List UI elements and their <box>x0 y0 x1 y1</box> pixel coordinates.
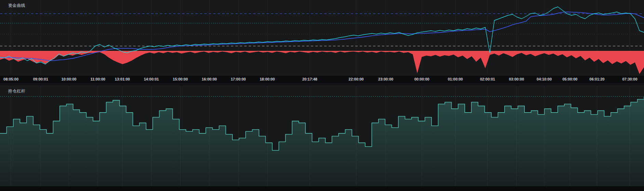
x-axis-label: 11:00:00 <box>91 77 105 81</box>
x-axis-label: 22:00:00 <box>348 77 364 81</box>
drawdown-area <box>0 51 644 74</box>
x-axis-label: 16:00:00 <box>202 77 217 81</box>
x-axis-label: 23:00:00 <box>378 77 393 81</box>
equity-panel-title[interactable]: 资金曲线 <box>8 3 25 9</box>
x-axis-label: 04:10:00 <box>537 77 552 81</box>
bottom-strip <box>0 186 644 191</box>
leverage-chart[interactable] <box>0 86 644 186</box>
x-axis-label: 17:00:00 <box>231 77 246 81</box>
x-axis-label: 03:00:00 <box>509 77 524 81</box>
x-axis-label: 01:00:00 <box>448 77 463 81</box>
leverage-panel: 持仓杠杆 <box>0 86 644 186</box>
x-axis-label: 05:00:00 <box>562 77 577 81</box>
x-axis-label: 18:00:00 <box>260 77 275 81</box>
x-axis-label: 15:00:00 <box>173 77 188 81</box>
leverage-panel-title[interactable]: 持仓杠杆 <box>8 88 25 94</box>
x-axis-label: 20:17:48 <box>302 77 317 81</box>
x-axis-label: 13:01:00 <box>115 77 130 81</box>
equity-x-axis: 08:05:0009:00:0110:00:0011:00:0013:01:00… <box>0 76 644 83</box>
equity-curve-chart[interactable] <box>0 0 644 76</box>
x-axis-label: 09:00:01 <box>33 77 48 81</box>
x-axis-label: 02:00:01 <box>480 77 495 81</box>
x-axis-label: 10:00:00 <box>61 77 77 81</box>
x-axis-label: 08:05:00 <box>3 77 18 81</box>
equity-curve-panel: 资金曲线 08:05:0009:00:0110:00:0011:00:0013:… <box>0 0 644 83</box>
equity-line <box>0 7 644 64</box>
x-axis-label: 07:30:00 <box>622 77 637 81</box>
leverage-fill <box>0 97 644 186</box>
x-axis-label: 14:00:01 <box>144 77 159 81</box>
x-axis-label: 06:01:20 <box>589 77 604 81</box>
x-axis-label: 00:00:00 <box>414 77 429 81</box>
